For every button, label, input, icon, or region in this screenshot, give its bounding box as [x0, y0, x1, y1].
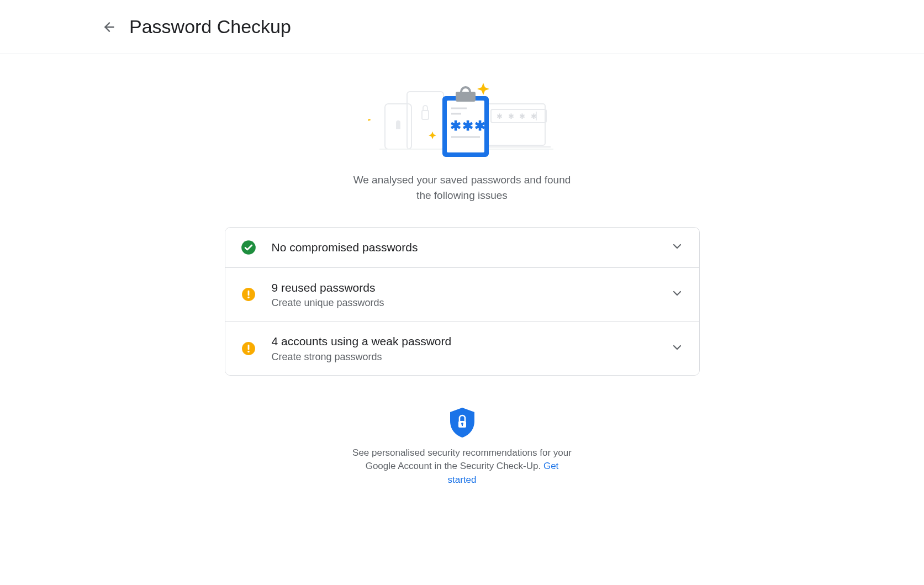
svg-rect-4 [422, 110, 429, 119]
row-reused[interactable]: 9 reused passwords Create unique passwor… [225, 267, 699, 321]
chevron-down-icon [670, 287, 684, 302]
header: Password Checkup [0, 0, 924, 54]
svg-rect-3 [407, 92, 443, 149]
chevron-down-icon [670, 240, 684, 255]
svg-rect-5 [484, 104, 545, 145]
footer-text-body: See personalised security recommendation… [352, 447, 572, 472]
arrow-left-icon [102, 20, 117, 34]
row-title: 4 accounts using a weak password [272, 334, 670, 349]
row-subtitle: Create strong passwords [272, 351, 670, 363]
warning-circle-icon [241, 341, 256, 356]
check-circle-icon [241, 240, 256, 255]
main-content: ✱ ✱ ✱ ✱ ✱✱✱ We analysed your saved passw… [225, 54, 700, 531]
page-title: Password Checkup [129, 16, 291, 38]
hero-text: We analysed your saved passwords and fou… [346, 172, 578, 203]
svg-point-22 [247, 297, 249, 298]
security-checkup-promo: See personalised security recommendation… [225, 407, 700, 531]
row-title: No compromised passwords [272, 240, 670, 255]
hero-section: ✱ ✱ ✱ ✱ ✱✱✱ We analysed your saved passw… [225, 76, 700, 203]
row-subtitle: Create unique passwords [272, 297, 670, 309]
clipboard-illustration: ✱ ✱ ✱ ✱ ✱✱✱ [368, 76, 556, 159]
svg-point-2 [396, 120, 400, 125]
footer-text: See personalised security recommendation… [352, 446, 573, 487]
shield-lock-icon [448, 407, 477, 439]
row-compromised[interactable]: No compromised passwords [225, 228, 699, 267]
svg-point-25 [247, 350, 249, 352]
row-weak[interactable]: 4 accounts using a weak password Create … [225, 321, 699, 375]
svg-text:✱ ✱ ✱ ✱: ✱ ✱ ✱ ✱ [497, 112, 538, 120]
chevron-down-icon [670, 341, 684, 356]
warning-circle-icon [241, 287, 256, 302]
results-list: No compromised passwords 9 reused passwo… [225, 227, 700, 376]
row-title: 9 reused passwords [272, 280, 670, 295]
back-button[interactable] [96, 14, 123, 40]
svg-text:✱✱✱: ✱✱✱ [450, 118, 487, 133]
